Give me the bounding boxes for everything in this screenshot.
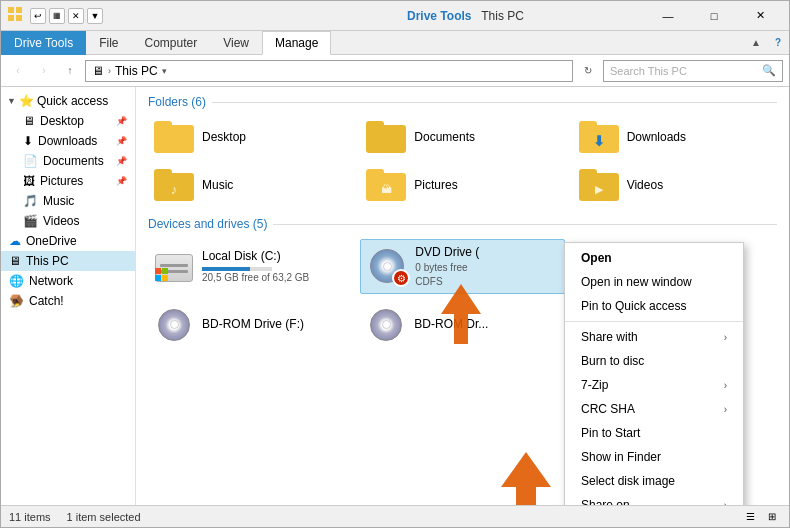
drive-name-c: Local Disk (C:) xyxy=(202,248,309,265)
folder-item-desktop[interactable]: Desktop xyxy=(148,117,352,157)
tab-manage[interactable]: Manage xyxy=(262,31,331,55)
drive-item-f[interactable]: BD-ROM Drive (F:) xyxy=(148,302,352,348)
sidebar-item-documents[interactable]: 📄 Documents 📌 xyxy=(1,151,135,171)
sidebar-item-network[interactable]: 🌐 Network xyxy=(1,271,135,291)
folder-icon-desktop xyxy=(154,121,194,153)
drive-info-d: DVD Drive ( 0 bytes free CDFS xyxy=(415,244,479,289)
documents-icon: 📄 xyxy=(23,154,38,168)
tab-drivetools[interactable]: Drive Tools xyxy=(1,31,86,55)
sidebar-item-label: Music xyxy=(43,194,74,208)
sidebar-item-pictures[interactable]: 🖼 Pictures 📌 xyxy=(1,171,135,191)
drive-name-bdrom2: BD-ROM Dr... xyxy=(414,316,488,333)
tab-computer[interactable]: Computer xyxy=(131,31,210,55)
properties-button[interactable]: ▦ xyxy=(49,8,65,24)
sidebar-item-catch[interactable]: 🪤 Catch! xyxy=(1,291,135,311)
delete-button[interactable]: ✕ xyxy=(68,8,84,24)
status-right: ☰ ⊞ xyxy=(741,509,781,525)
sidebar-item-label: Network xyxy=(29,274,73,288)
svg-rect-4 xyxy=(155,268,161,274)
content-area: Folders (6) Desktop xyxy=(136,87,789,505)
maximize-button[interactable]: □ xyxy=(691,1,737,31)
tab-file[interactable]: File xyxy=(86,31,131,55)
sidebar-item-music[interactable]: 🎵 Music xyxy=(1,191,135,211)
view-tiles-button[interactable]: ⊞ xyxy=(763,509,781,525)
sidebar-item-downloads[interactable]: ⬇ Downloads 📌 xyxy=(1,131,135,151)
folder-item-videos[interactable]: ▶ Videos xyxy=(573,165,777,205)
ctx-item-share-with[interactable]: Share with › xyxy=(565,325,743,349)
ctx-item-open[interactable]: Open xyxy=(565,246,743,270)
ctx-item-pin-quick[interactable]: Pin to Quick access xyxy=(565,294,743,318)
address-path[interactable]: 🖥 › This PC ▾ xyxy=(85,60,573,82)
section-line-drives xyxy=(273,224,777,225)
sidebar-item-desktop[interactable]: 🖥 Desktop 📌 xyxy=(1,111,135,131)
tab-view[interactable]: View xyxy=(210,31,262,55)
search-box[interactable]: Search This PC 🔍 xyxy=(603,60,783,82)
onedrive-icon: ☁ xyxy=(9,234,21,248)
ctx-item-pin-start[interactable]: Pin to Start xyxy=(565,421,743,445)
pin-icon-doc: 📌 xyxy=(116,156,127,166)
folder-item-music[interactable]: ♪ Music xyxy=(148,165,352,205)
music-icon: 🎵 xyxy=(23,194,38,208)
path-end-arrow: ▾ xyxy=(162,66,167,76)
drive-item-c[interactable]: Local Disk (C:) 20,5 GB free of 63,2 GB xyxy=(148,239,352,294)
sidebar-item-label: Downloads xyxy=(38,134,97,148)
refresh-button[interactable]: ↻ xyxy=(577,60,599,82)
folder-item-downloads[interactable]: ⬇ Downloads xyxy=(573,117,777,157)
section-line xyxy=(212,102,777,103)
drive-info-f: BD-ROM Drive (F:) xyxy=(202,316,304,333)
ctx-separator-1 xyxy=(565,321,743,322)
sidebar-item-label: Videos xyxy=(43,214,79,228)
ribbon-collapse-button[interactable]: ▲ xyxy=(745,31,767,53)
ctx-item-share-on[interactable]: Share on › xyxy=(565,493,743,505)
folder-item-documents[interactable]: Documents xyxy=(360,117,564,157)
path-thispc: This PC xyxy=(115,64,158,78)
drive-item-bdrom2[interactable]: BD-ROM Dr... xyxy=(360,302,564,348)
sidebar-item-thispc[interactable]: 🖥 This PC xyxy=(1,251,135,271)
pin-icon: 📌 xyxy=(116,116,127,126)
ctx-item-show-finder[interactable]: Show in Finder xyxy=(565,445,743,469)
ctx-item-disk-image[interactable]: Select disk image xyxy=(565,469,743,493)
close-button[interactable]: ✕ xyxy=(737,1,783,31)
sidebar-item-label: Pictures xyxy=(40,174,83,188)
sidebar-item-videos[interactable]: 🎬 Videos xyxy=(1,211,135,231)
quickaccess-arrow: ▼ xyxy=(7,96,16,106)
undo-button[interactable]: ↩ xyxy=(30,8,46,24)
bdrom-icon-2 xyxy=(367,309,405,341)
sidebar-item-onedrive[interactable]: ☁ OneDrive xyxy=(1,231,135,251)
search-icon: 🔍 xyxy=(762,64,776,77)
thispc-icon: 🖥 xyxy=(9,254,21,268)
ribbon-tabs: Drive Tools File Computer View Manage ▲ … xyxy=(1,31,789,55)
up-button[interactable]: ↑ xyxy=(59,60,81,82)
folder-label: Documents xyxy=(414,130,475,144)
window-icon xyxy=(7,6,23,25)
title-text: Drive Tools This PC xyxy=(286,9,645,23)
path-arrow: › xyxy=(108,66,111,76)
sidebar-item-label: This PC xyxy=(26,254,69,268)
help-button[interactable]: ? xyxy=(767,31,789,53)
svg-rect-3 xyxy=(16,15,22,21)
svg-rect-2 xyxy=(8,15,14,21)
view-details-button[interactable]: ☰ xyxy=(741,509,759,525)
search-placeholder: Search This PC xyxy=(610,65,687,77)
drive-item-d[interactable]: ⚙ DVD Drive ( 0 bytes free CDFS xyxy=(360,239,564,294)
ctx-item-open-new[interactable]: Open in new window xyxy=(565,270,743,294)
minimize-button[interactable]: — xyxy=(645,1,691,31)
address-bar: ‹ › ↑ 🖥 › This PC ▾ ↻ Search This PC 🔍 xyxy=(1,55,789,87)
drive-free-c: 20,5 GB free of 63,2 GB xyxy=(202,271,309,285)
file-explorer-window: ↩ ▦ ✕ ▼ Drive Tools This PC — □ ✕ Drive … xyxy=(0,0,790,528)
sidebar-section-quickaccess[interactable]: ▼ ⭐ Quick access xyxy=(1,91,135,111)
drive-free-d: 0 bytes free xyxy=(415,261,479,275)
back-button[interactable]: ‹ xyxy=(7,60,29,82)
ctx-item-crcsha[interactable]: CRC SHA › xyxy=(565,397,743,421)
more-qs-button[interactable]: ▼ xyxy=(87,8,103,24)
context-menu: Open Open in new window Pin to Quick acc… xyxy=(564,242,744,505)
folder-item-pictures[interactable]: 🏔 Pictures xyxy=(360,165,564,205)
desktop-icon: 🖥 xyxy=(23,114,35,128)
svg-marker-9 xyxy=(501,452,551,505)
ctx-item-7zip[interactable]: 7-Zip › xyxy=(565,373,743,397)
forward-button[interactable]: › xyxy=(33,60,55,82)
sidebar-item-label: Documents xyxy=(43,154,104,168)
svg-rect-0 xyxy=(8,7,14,13)
ctx-item-burn[interactable]: Burn to disc xyxy=(565,349,743,373)
pin-icon-dl: 📌 xyxy=(116,136,127,146)
